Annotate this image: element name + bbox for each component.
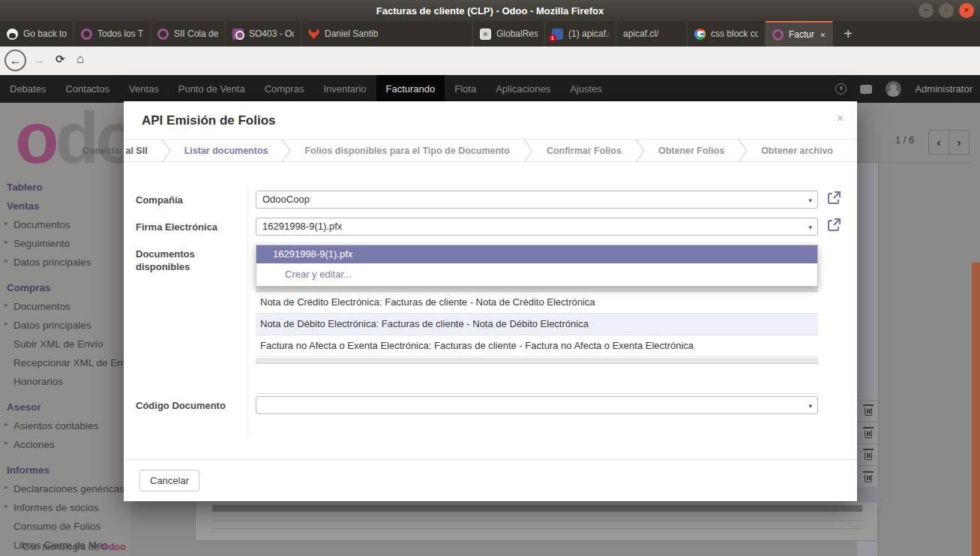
google-icon bbox=[694, 29, 706, 40]
user-avatar[interactable] bbox=[886, 81, 901, 97]
signature-external-link-icon[interactable] bbox=[827, 218, 841, 232]
minimize-button[interactable]: − bbox=[919, 3, 934, 18]
tab-globalresponse[interactable]: GlobalRespo bbox=[473, 21, 545, 47]
menu-aplicaciones[interactable]: Aplicaciones bbox=[486, 75, 560, 103]
window-controls: − ▫ × bbox=[919, 3, 974, 18]
sidebar-item-datos-principales-ventas[interactable]: ▸Datos principales bbox=[0, 253, 130, 272]
tab-sii-cola[interactable]: SII Cola de e bbox=[151, 21, 226, 47]
chevron-right-icon: ▸ bbox=[4, 483, 8, 491]
dropdown-option-selected[interactable]: 16291998-9(1).pfx bbox=[256, 245, 817, 263]
tab-gitlab[interactable]: Daniel Santib bbox=[301, 21, 473, 47]
messages-chat-icon[interactable] bbox=[860, 85, 872, 94]
sidebar-item-recepcionar-xml[interactable]: Recepcionar XML de Envío bbox=[0, 353, 130, 372]
forward-button[interactable]: → bbox=[33, 53, 45, 67]
pager-previous-button[interactable]: ‹ bbox=[929, 131, 949, 154]
label-field-separator bbox=[247, 185, 248, 434]
pager-next-button[interactable]: › bbox=[949, 131, 969, 154]
cancel-button[interactable]: Cancelar bbox=[139, 470, 199, 491]
odoo-favicon bbox=[157, 29, 169, 40]
odoo-logo: odoo bbox=[15, 103, 130, 179]
menu-punto-de-venta[interactable]: Punto de Venta bbox=[169, 75, 255, 103]
list-scrollbar[interactable] bbox=[256, 358, 818, 364]
sidebar-item-informes-de-socios[interactable]: ▸Informes de socios bbox=[0, 498, 130, 517]
delete-row-icon[interactable] bbox=[865, 452, 872, 460]
sidebar-item-datos-principales-compras[interactable]: ▸Datos principales bbox=[0, 316, 130, 335]
group-divider bbox=[256, 393, 818, 394]
activities-clock-icon[interactable] bbox=[835, 83, 847, 95]
sidebar-item-documentos-ventas[interactable]: ▸Documentos bbox=[0, 215, 130, 234]
odoo-favicon bbox=[81, 29, 92, 40]
company-select[interactable]: OdooCoop ▾ bbox=[256, 191, 818, 209]
step-obtener-folios[interactable]: Obtener Folios bbox=[645, 146, 738, 156]
close-window-button[interactable]: × bbox=[959, 3, 974, 18]
delete-row-icon[interactable] bbox=[865, 407, 872, 416]
step-obtener-archivo[interactable]: Obtener archivo bbox=[748, 146, 847, 156]
menu-ajustes[interactable]: Ajustes bbox=[560, 75, 612, 103]
step-confirmar-folios[interactable]: Confirmar Folios bbox=[533, 146, 635, 156]
menu-compras[interactable]: Compras bbox=[255, 75, 314, 103]
tab-css-block[interactable]: css block co bbox=[688, 21, 766, 47]
tab-todos-los-tickets[interactable]: Todos los Ti bbox=[74, 21, 151, 47]
underlying-table-bottom bbox=[195, 501, 878, 541]
document-row[interactable]: Nota de Crédito Electrónica: Facturas de… bbox=[256, 292, 818, 314]
chevron-right-icon: ▸ bbox=[4, 301, 8, 308]
record-pager: ‹ › bbox=[928, 130, 970, 155]
signature-select[interactable]: 16291998-9(1).pfx ▾ bbox=[256, 218, 818, 236]
delete-row-icon[interactable] bbox=[865, 430, 872, 438]
tab-so403[interactable]: SO403 - Odo bbox=[226, 21, 301, 47]
chevron-separator bbox=[635, 140, 645, 162]
sidebar-section-informes[interactable]: Informes bbox=[0, 461, 130, 479]
menu-flota[interactable]: Flota bbox=[445, 75, 486, 103]
sidebar-section-ventas[interactable]: Ventas bbox=[0, 197, 130, 215]
sidebar-item-tablero[interactable]: Tablero bbox=[0, 178, 130, 197]
chevron-right-icon: ▸ bbox=[4, 439, 8, 446]
delete-row-icon[interactable] bbox=[865, 474, 872, 482]
company-external-link-icon[interactable] bbox=[827, 191, 841, 205]
chevron-down-icon: ▾ bbox=[808, 197, 812, 204]
home-button[interactable]: ⌂ bbox=[76, 52, 84, 67]
sidebar-item-consumo-de-folios[interactable]: Consumo de Folios bbox=[0, 517, 130, 536]
new-tab-button[interactable]: + bbox=[833, 21, 863, 47]
tab-close-icon[interactable]: × bbox=[820, 29, 826, 41]
document-row[interactable]: Nota de Débito Electrónica: Facturas de … bbox=[256, 314, 818, 335]
step-folios-disponibles[interactable]: Folios disponibles para el Tipo de Docum… bbox=[291, 146, 523, 156]
chevron-right-icon: ▸ bbox=[4, 320, 8, 327]
chevron-separator bbox=[281, 140, 291, 162]
page-scroll-indicator[interactable] bbox=[972, 263, 980, 556]
menu-inventario[interactable]: Inventario bbox=[313, 75, 376, 103]
tab-github[interactable]: Go back to P bbox=[0, 21, 74, 47]
sidebar-section-compras[interactable]: Compras bbox=[0, 278, 130, 297]
maximize-button[interactable]: ▫ bbox=[939, 3, 954, 18]
step-listar-documentos[interactable]: Listar documentos bbox=[171, 146, 282, 156]
chevron-right-icon: ▸ bbox=[4, 257, 8, 264]
menu-ventas[interactable]: Ventas bbox=[119, 75, 169, 103]
user-name[interactable]: Administrator bbox=[915, 83, 973, 95]
powered-by-odoo: Con tecnología de Odoo bbox=[22, 542, 126, 552]
tab-facturas-active[interactable]: Facturas d × bbox=[766, 21, 833, 47]
sidebar-item-acciones[interactable]: ▸Acciones bbox=[0, 435, 130, 454]
sidebar-item-honorarios[interactable]: Honorarios bbox=[0, 372, 130, 391]
sidebar-item-declaraciones-genericas[interactable]: ▸Declaraciones genéricas bbox=[0, 479, 130, 498]
sidebar-item-asientos-contables[interactable]: ▸Asientos contables bbox=[0, 416, 130, 435]
codigo-documento-select[interactable]: ▾ bbox=[256, 396, 818, 414]
step-conectar-al-sii[interactable]: Conectar al SII bbox=[69, 146, 161, 156]
reload-button[interactable]: ⟳ bbox=[55, 53, 65, 66]
wizard-steps: Conectar al SII Listar documentos Folios… bbox=[124, 139, 857, 162]
menu-contactos[interactable]: Contactos bbox=[55, 75, 119, 103]
dropdown-option-create-edit[interactable]: Crear y editar... bbox=[256, 263, 817, 286]
menu-facturando[interactable]: Facturando bbox=[376, 75, 445, 103]
menu-debates[interactable]: Debates bbox=[0, 75, 55, 103]
document-row[interactable]: Factura no Afecta o Exenta Electrónica: … bbox=[256, 335, 818, 357]
sidebar-item-documentos-compras[interactable]: ▸Documentos bbox=[0, 297, 130, 316]
sidebar-item-seguimiento[interactable]: ▸Seguimiento bbox=[0, 234, 130, 253]
codigo-documento-label: Código Documento bbox=[136, 399, 244, 412]
sidebar-section-asesor[interactable]: Asesor bbox=[0, 398, 130, 416]
dialog-title: API Emisión de Folios bbox=[142, 113, 276, 128]
tab-apicaf[interactable]: apicaf.cl/ bbox=[616, 21, 688, 47]
signature-dropdown-menu: 16291998-9(1).pfx Crear y editar... bbox=[256, 245, 818, 287]
tab-apicaf-1[interactable]: 1 (1) apicaf.cl- bbox=[545, 21, 616, 47]
dialog-close-icon[interactable]: × bbox=[837, 112, 844, 125]
back-button[interactable]: ← bbox=[4, 50, 26, 71]
sidebar-item-subir-xml[interactable]: Subir XML de Envío bbox=[0, 335, 130, 353]
window-title: Facturas de cliente (CLP) - Odoo - Mozil… bbox=[376, 5, 604, 17]
